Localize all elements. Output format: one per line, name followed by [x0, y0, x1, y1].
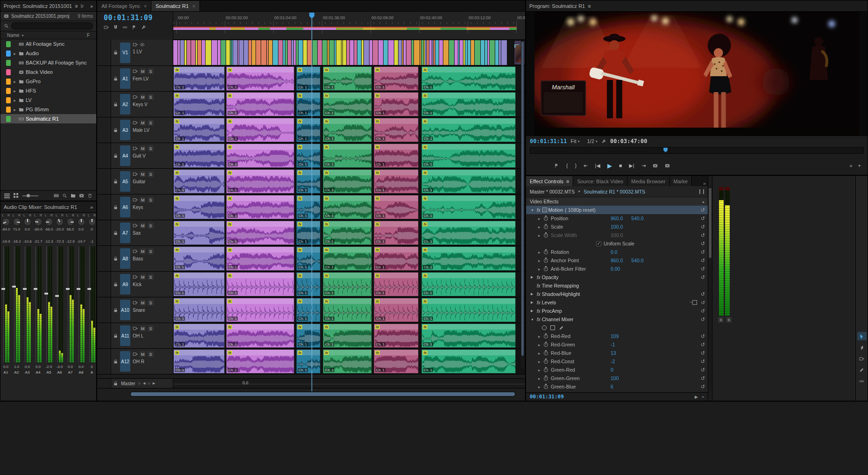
- track-content[interactable]: fxCh. 1fxCh. 1fxCh. 1fxCh. 1fxCh. 1fxCh.…: [173, 272, 525, 297]
- timeline-clip[interactable]: fxCh. 1: [173, 195, 225, 219]
- track-content[interactable]: fxCh. 1fxCh. 1fxCh. 1fxCh. 1fxCh. 1fxCh.…: [173, 194, 525, 220]
- v1-clip[interactable]: [357, 40, 361, 65]
- project-panel-title[interactable]: Project: Soulmaticz 20151001: [4, 3, 72, 9]
- tab-all-footage-sync[interactable]: All Footage Sync: [97, 1, 151, 11]
- effect-row[interactable]: fxChannel Mixer: [526, 315, 708, 324]
- v1-clip[interactable]: [273, 40, 278, 65]
- icon-view-icon[interactable]: [14, 193, 19, 198]
- track-visibility-eye-icon[interactable]: [140, 42, 145, 47]
- list-view-icon[interactable]: [4, 194, 10, 198]
- track-content[interactable]: fxCh. 1fxCh. 1fxCh. 1fxCh. 1fxCh. 1fxCh.…: [173, 349, 525, 374]
- v1-clip[interactable]: [458, 40, 459, 65]
- parameter-value[interactable]: 960.0: [611, 258, 623, 263]
- keyframe-add-icon[interactable]: [138, 381, 141, 385]
- v1-clip[interactable]: [221, 40, 226, 65]
- effect-label[interactable]: ProcAmp: [542, 308, 562, 314]
- timeline-clip[interactable]: fxCh. 1: [296, 272, 320, 296]
- project-item-label[interactable]: Soulmaticz R1: [26, 116, 59, 122]
- lock-icon[interactable]: [113, 76, 118, 81]
- master-volume-value[interactable]: 0.0: [242, 381, 249, 385]
- v1-clip[interactable]: [285, 40, 287, 65]
- v1-clip[interactable]: [187, 40, 191, 65]
- reset-icon[interactable]: [701, 342, 705, 348]
- lock-icon[interactable]: [113, 282, 118, 287]
- project-item-label[interactable]: All Footage Sync: [26, 41, 64, 47]
- project-partial-tab[interactable]: Ir: [81, 3, 84, 9]
- project-item-label[interactable]: LV: [26, 97, 32, 103]
- lock-icon[interactable]: [113, 308, 118, 313]
- mute-button[interactable]: M: [140, 274, 146, 280]
- fx-badge[interactable]: fx: [324, 299, 329, 303]
- extract-icon[interactable]: [665, 163, 670, 168]
- track-id[interactable]: A11: [120, 325, 130, 346]
- v1-clip[interactable]: [238, 40, 239, 65]
- timeline-clip[interactable]: fxCh. 1: [173, 144, 225, 168]
- fx-badge[interactable]: fx: [324, 145, 329, 149]
- step-forward-icon[interactable]: [629, 163, 634, 169]
- v1-clip[interactable]: [435, 40, 439, 65]
- pan-value[interactable]: -20.0: [55, 227, 64, 232]
- parameter-value[interactable]: 100: [611, 375, 619, 381]
- v1-clip[interactable]: [362, 40, 363, 65]
- v1-clip[interactable]: [212, 40, 217, 65]
- sync-lock-icon[interactable]: [133, 69, 138, 74]
- panel-overflow-icon[interactable]: [90, 3, 93, 9]
- parameter-value[interactable]: 540.0: [631, 216, 643, 221]
- fx-badge[interactable]: fx: [324, 273, 329, 278]
- pan-knob[interactable]: [13, 218, 21, 226]
- timeline-clip[interactable]: fxCh. 1: [296, 66, 320, 91]
- solo-button[interactable]: S: [148, 223, 154, 229]
- label-color-chip[interactable]: [6, 107, 11, 113]
- solo-button[interactable]: S: [148, 351, 154, 357]
- fx-badge[interactable]: fx: [228, 171, 232, 175]
- solo-button[interactable]: S: [148, 120, 154, 126]
- reset-icon[interactable]: [701, 384, 705, 390]
- pan-value[interactable]: 0.0: [78, 227, 84, 232]
- twirl-icon[interactable]: [538, 267, 543, 271]
- sequence-clip-name[interactable]: Soulmaticz R1 * 00032.MTS: [583, 189, 645, 194]
- twirl-icon[interactable]: [531, 275, 535, 279]
- ripple-edit-tool-icon[interactable]: [857, 354, 867, 363]
- twirl-icon[interactable]: [538, 377, 543, 380]
- timeline-clip[interactable]: fxCh. 1: [226, 246, 294, 271]
- track-content[interactable]: fxCh. 1fxCh. 1fxCh. 1fxCh. 1fxCh. 1fxCh.…: [173, 143, 525, 168]
- lock-icon[interactable]: [113, 128, 118, 133]
- parameter-value[interactable]: 109: [611, 333, 619, 339]
- stop-icon[interactable]: [619, 163, 622, 168]
- reset-icon[interactable]: [701, 308, 705, 314]
- timeline-clip[interactable]: fxCh. 1: [323, 272, 372, 296]
- go-to-in-icon[interactable]: [583, 163, 588, 169]
- v1-clip[interactable]: [378, 40, 383, 65]
- project-row[interactable]: LV: [0, 95, 96, 105]
- mask-rect-icon[interactable]: [550, 325, 555, 330]
- v1-clip[interactable]: [198, 40, 201, 65]
- track-content[interactable]: fxCh. 1fxCh. 1fxCh. 1fxCh. 1fxCh. 1fxCh.…: [173, 92, 525, 117]
- v1-clip[interactable]: [354, 40, 357, 65]
- track-content[interactable]: fxCh. 1fxCh. 1fxCh. 1fxCh. 1fxCh. 1fxCh.…: [173, 169, 525, 194]
- fx-badge[interactable]: fx: [324, 68, 329, 72]
- mute-button[interactable]: M: [140, 120, 146, 126]
- track-content[interactable]: fx: [173, 40, 525, 65]
- v1-clip[interactable]: [278, 40, 283, 65]
- timeline-clip[interactable]: fxCh. 1: [323, 298, 372, 322]
- v1-clip[interactable]: [471, 40, 474, 65]
- reset-icon[interactable]: [701, 375, 705, 381]
- parameter-value[interactable]: 0.00: [611, 266, 620, 272]
- effect-label[interactable]: Channel Mixer: [542, 317, 574, 322]
- fx-badge[interactable]: fx: [324, 94, 329, 98]
- automate-to-sequence-icon[interactable]: [54, 193, 59, 198]
- effect-parameter-row[interactable]: Red-Green-1: [526, 340, 708, 349]
- fx-badge[interactable]: fx: [375, 94, 380, 98]
- v1-clip[interactable]: [412, 40, 413, 65]
- v1-clip[interactable]: [329, 40, 334, 65]
- fx-badge[interactable]: fx: [175, 145, 179, 149]
- fx-badge[interactable]: fx: [228, 248, 232, 252]
- effects-timecode[interactable]: 00:01:31:09: [530, 394, 564, 400]
- sync-lock-icon[interactable]: [133, 326, 138, 331]
- reset-icon[interactable]: [701, 367, 705, 373]
- reset-icon[interactable]: [701, 350, 705, 356]
- v1-clip[interactable]: [384, 40, 388, 65]
- fx-badge[interactable]: fx: [175, 273, 179, 278]
- mute-button[interactable]: M: [140, 145, 146, 151]
- label-color-chip[interactable]: [6, 41, 11, 47]
